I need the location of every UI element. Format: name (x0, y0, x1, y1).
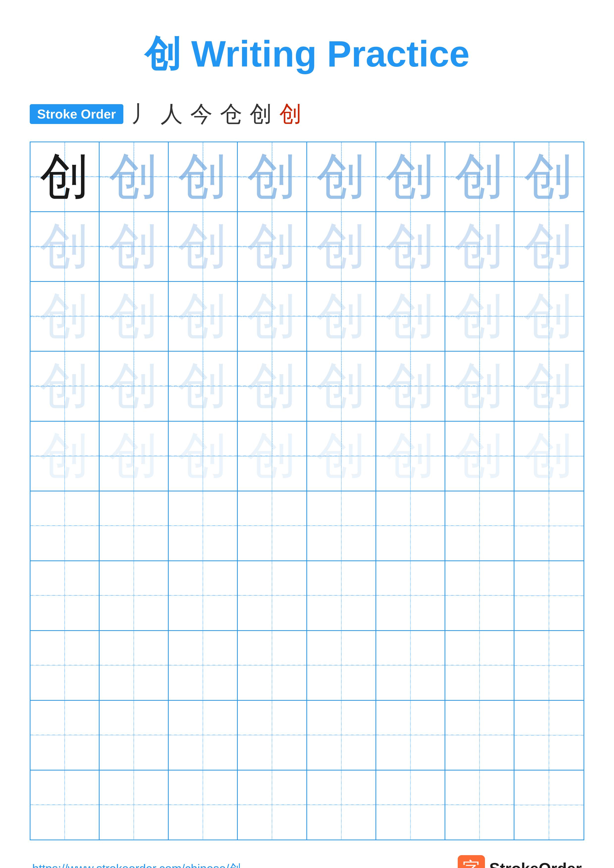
grid-cell-empty[interactable] (307, 770, 376, 840)
grid-cell: 创 (99, 352, 169, 421)
grid-row-1: 创 创 创 (31, 142, 583, 212)
cell-inner: 创 (238, 212, 306, 281)
grid-cell: 创 (515, 212, 583, 281)
stroke-steps: 丿 人 今 仓 创 创 (131, 99, 302, 129)
practice-char: 创 (178, 292, 228, 341)
practice-char: 创 (109, 361, 159, 411)
grid-row-3: 创 创 创 (31, 282, 583, 352)
grid-cell-empty[interactable] (238, 491, 307, 560)
grid-cell-empty[interactable] (31, 701, 99, 770)
cell-inner: 创 (515, 212, 583, 281)
cell-inner: 创 (307, 212, 376, 281)
cell-inner: 创 (376, 142, 445, 211)
grid-cell-empty[interactable] (515, 701, 583, 770)
grid-cell: 创 (169, 352, 238, 421)
grid-cell-empty[interactable] (31, 491, 99, 560)
grid-cell-empty[interactable] (169, 770, 238, 840)
grid-cell-empty[interactable] (31, 770, 99, 840)
grid-cell: 创 (169, 422, 238, 491)
grid-cell-empty[interactable] (515, 561, 583, 630)
cell-inner: 创 (31, 422, 99, 491)
practice-char: 创 (385, 152, 435, 202)
grid-cell: 创 (376, 212, 445, 281)
grid-cell-empty[interactable] (99, 770, 169, 840)
grid-cell-empty[interactable] (376, 631, 445, 700)
cell-inner: 创 (307, 352, 376, 421)
practice-char: 创 (40, 222, 89, 271)
stroke-order-section: Stroke Order 丿 人 今 仓 创 创 (30, 99, 584, 129)
grid-row-2: 创 创 创 (31, 212, 583, 282)
grid-cell-empty[interactable] (169, 631, 238, 700)
grid-cell-empty[interactable] (515, 770, 583, 840)
grid-cell-empty[interactable] (31, 561, 99, 630)
stroke-step-6: 创 (280, 99, 302, 129)
grid-cell: 创 (445, 142, 515, 211)
grid-cell-empty[interactable] (376, 491, 445, 560)
grid-row-9 (31, 701, 583, 770)
practice-char: 创 (317, 292, 366, 341)
grid-cell-empty[interactable] (169, 701, 238, 770)
practice-char: 创 (178, 222, 228, 271)
cell-inner: 创 (376, 422, 445, 491)
cell-inner: 创 (445, 282, 514, 351)
grid-cell-empty[interactable] (31, 631, 99, 700)
grid-cell: 创 (31, 422, 99, 491)
grid-cell-empty[interactable] (169, 491, 238, 560)
practice-char: 创 (385, 222, 435, 271)
practice-char: 创 (109, 431, 159, 481)
practice-grid: 创 创 创 (30, 141, 584, 840)
grid-cell-empty[interactable] (238, 561, 307, 630)
grid-cell-empty[interactable] (169, 561, 238, 630)
cell-inner: 创 (238, 422, 306, 491)
practice-char: 创 (317, 431, 366, 481)
grid-cell-empty[interactable] (307, 631, 376, 700)
cell-inner: 创 (99, 422, 168, 491)
footer-url[interactable]: https://www.strokeorder.com/chinese/创 (32, 861, 241, 868)
practice-char: 创 (317, 361, 366, 411)
practice-char: 创 (40, 152, 89, 202)
grid-cell-empty[interactable] (445, 561, 515, 630)
grid-cell-empty[interactable] (376, 701, 445, 770)
grid-cell-empty[interactable] (445, 491, 515, 560)
grid-cell-empty[interactable] (445, 770, 515, 840)
footer-logo: 字 StrokeOrder (458, 855, 582, 868)
grid-cell-empty[interactable] (376, 770, 445, 840)
grid-cell: 创 (99, 142, 169, 211)
grid-cell-empty[interactable] (99, 561, 169, 630)
cell-inner: 创 (31, 212, 99, 281)
grid-cell: 创 (307, 212, 376, 281)
grid-cell-empty[interactable] (307, 701, 376, 770)
stroke-step-2: 人 (160, 99, 183, 129)
grid-cell: 创 (31, 282, 99, 351)
grid-cell: 创 (376, 142, 445, 211)
grid-cell: 创 (376, 282, 445, 351)
grid-cell-empty[interactable] (515, 491, 583, 560)
grid-row-7 (31, 561, 583, 631)
practice-char: 创 (247, 222, 297, 271)
cell-inner: 创 (169, 352, 237, 421)
cell-inner: 创 (99, 352, 168, 421)
grid-cell: 创 (307, 352, 376, 421)
cell-inner: 创 (99, 282, 168, 351)
grid-cell: 创 (99, 422, 169, 491)
practice-char: 创 (524, 292, 574, 341)
grid-cell: 创 (445, 212, 515, 281)
grid-cell-empty[interactable] (238, 770, 307, 840)
grid-cell-empty[interactable] (99, 701, 169, 770)
grid-cell-empty[interactable] (376, 561, 445, 630)
grid-cell-empty[interactable] (99, 491, 169, 560)
stroke-step-5: 创 (250, 99, 272, 129)
grid-cell-empty[interactable] (99, 631, 169, 700)
grid-cell-empty[interactable] (307, 491, 376, 560)
grid-cell-empty[interactable] (515, 631, 583, 700)
grid-cell-empty[interactable] (307, 561, 376, 630)
grid-cell-empty[interactable] (445, 631, 515, 700)
stroke-step-4: 仓 (220, 99, 242, 129)
cell-inner: 创 (99, 212, 168, 281)
grid-cell: 创 (169, 142, 238, 211)
practice-char: 创 (455, 152, 504, 202)
grid-cell-empty[interactable] (445, 701, 515, 770)
grid-cell-empty[interactable] (238, 701, 307, 770)
grid-cell: 创 (445, 422, 515, 491)
grid-cell-empty[interactable] (238, 631, 307, 700)
